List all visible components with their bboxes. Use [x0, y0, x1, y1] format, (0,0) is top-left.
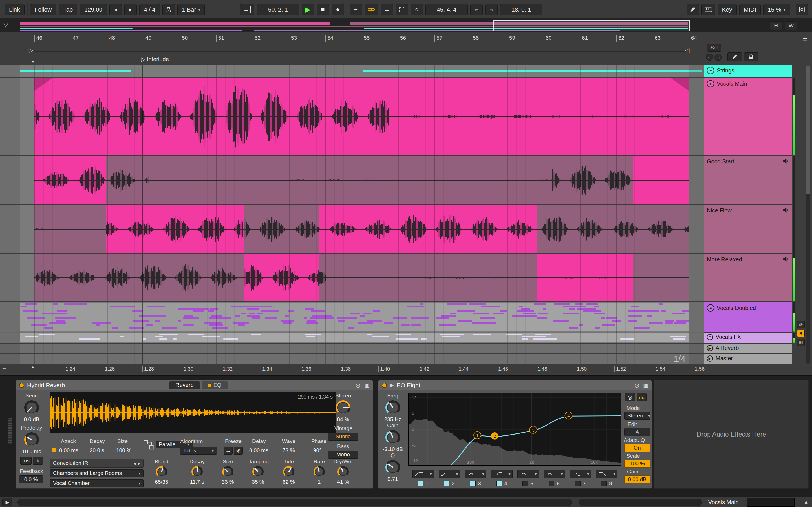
playhead[interactable]: [189, 65, 190, 363]
band-4-toggle[interactable]: 4: [496, 481, 507, 487]
locator-marker[interactable]: ▷ Interlude: [141, 56, 169, 62]
conv-decay-knob[interactable]: [192, 466, 203, 477]
fade-in-handle[interactable]: [35, 78, 52, 91]
lock-envelopes-icon[interactable]: [744, 52, 758, 61]
track-header-vocals-doubled[interactable]: ≡Vocals Doubled: [704, 302, 792, 332]
audio-clip[interactable]: [35, 255, 244, 301]
punch-in-icon[interactable]: ⌐: [470, 4, 483, 15]
overview-height-button[interactable]: H: [770, 21, 782, 30]
punch-out-icon[interactable]: ¬: [485, 4, 498, 15]
tempo-field[interactable]: 129.00: [80, 4, 107, 15]
conv-size-knob[interactable]: [222, 466, 234, 477]
back-to-arrangement-icon[interactable]: ←: [380, 4, 393, 15]
automation-mode-toggle-icon[interactable]: ≈: [2, 365, 6, 373]
add-scene-button[interactable]: +: [350, 4, 362, 15]
preview-play-icon[interactable]: ▶: [2, 498, 12, 506]
take-lane-good-start[interactable]: [0, 156, 704, 204]
take-lane-header-nice-flow[interactable]: Nice Flow: [704, 205, 792, 253]
band-2-filter-dropdown[interactable]: ▾: [439, 470, 460, 478]
bass-mono-selector[interactable]: Mono: [328, 451, 358, 459]
ms-toggle[interactable]: ms: [20, 457, 32, 465]
play-icon[interactable]: ▶: [707, 345, 713, 351]
midi-clip[interactable]: [20, 303, 436, 331]
device-eq-eight[interactable]: ▶ EQ Eight ◎ ▣ Freq 235 Hz Gain -3.10 dB…: [378, 380, 652, 489]
loop-end-handle[interactable]: ◁: [685, 47, 689, 54]
metronome-icon[interactable]: [162, 4, 175, 15]
group-icon[interactable]: ≡: [707, 334, 713, 340]
rate-knob[interactable]: [313, 466, 325, 477]
scale-field[interactable]: 100 %: [624, 460, 650, 467]
nudge-up-button[interactable]: ▸: [124, 4, 137, 15]
arrangement-start-marker[interactable]: ▼: [31, 59, 35, 64]
record-arm-icon[interactable]: R: [797, 330, 805, 337]
band-2-toggle[interactable]: 2: [444, 481, 455, 487]
predelay-knob[interactable]: [24, 432, 39, 447]
band-3-filter-dropdown[interactable]: ▾: [465, 470, 486, 478]
track-lane-vocals-fx[interactable]: [0, 333, 704, 343]
eq-band-handle-2[interactable]: 2: [491, 432, 499, 440]
damping-knob[interactable]: [252, 466, 264, 477]
audio-clip[interactable]: [35, 78, 689, 155]
draw-automation-icon[interactable]: [727, 52, 742, 61]
fold-icon[interactable]: ▼: [707, 80, 714, 87]
stop-button[interactable]: ■: [317, 4, 329, 15]
cpu-meter[interactable]: 15 %▾: [763, 4, 790, 15]
track-header-strings[interactable]: ≡Strings: [704, 65, 792, 77]
group-icon[interactable]: ≡: [707, 67, 714, 74]
algorithm-dropdown[interactable]: Tides▾: [180, 447, 217, 455]
band-6-toggle[interactable]: 6: [549, 481, 560, 487]
vintage-selector[interactable]: Subtle: [328, 433, 358, 441]
scrollbar-thumb[interactable]: [806, 65, 810, 194]
nudge-down-button[interactable]: ◂: [109, 4, 122, 15]
tab-eq[interactable]: EQ: [202, 381, 228, 389]
audio-clip[interactable]: [35, 156, 106, 204]
track-header-a-reverb[interactable]: ▶A Reverb: [704, 344, 792, 353]
ir-active-icon[interactable]: [52, 448, 56, 452]
audio-clip[interactable]: [319, 255, 537, 301]
eq-band-handle-3[interactable]: 3: [530, 426, 537, 434]
freeze-button[interactable]: ✳: [234, 447, 243, 455]
midi-overdub-icon[interactable]: [364, 4, 378, 15]
device-hybrid-reverb[interactable]: Hybrid Reverb Reverb EQ ◎ ▣ Send 0.0 dB …: [15, 380, 373, 489]
arrangement-area[interactable]: 1/4: [0, 65, 704, 363]
decay-field[interactable]: 20.0 s: [90, 447, 104, 453]
time-signature-field[interactable]: 4 / 4: [139, 4, 160, 15]
fold-device-icon[interactable]: ▶: [390, 382, 394, 388]
fold-overview-icon[interactable]: ▽: [3, 21, 8, 29]
audio-clip[interactable]: [633, 255, 689, 301]
link-button[interactable]: Link: [4, 4, 24, 15]
next-locator-button[interactable]: →: [714, 54, 722, 61]
size-field[interactable]: 100 %: [116, 447, 132, 453]
set-locator-button[interactable]: Set: [707, 44, 721, 52]
delay-field[interactable]: 0.00 ms: [249, 447, 268, 453]
device-on-icon[interactable]: [382, 383, 387, 388]
loop-start-field[interactable]: 45. 4. 4: [425, 4, 468, 15]
midi-map-button[interactable]: MIDI: [739, 4, 761, 15]
tab-reverb[interactable]: Reverb: [169, 381, 200, 389]
device-on-icon[interactable]: [19, 383, 24, 388]
band-1-toggle[interactable]: 1: [417, 481, 428, 487]
audition-take-icon[interactable]: [782, 256, 789, 263]
loop-start-handle[interactable]: ▷: [29, 47, 33, 54]
play-button[interactable]: ▶: [302, 4, 314, 15]
play-icon[interactable]: ▶: [707, 355, 713, 362]
send-knob[interactable]: [24, 400, 39, 415]
key-map-button[interactable]: Key: [718, 4, 737, 15]
follow-button[interactable]: Follow: [30, 4, 56, 15]
track-panel-toggle-icon[interactable]: ≡: [802, 34, 808, 43]
audio-clip[interactable]: [106, 156, 633, 204]
track-lane-master[interactable]: [0, 354, 704, 363]
beat-time-ruler[interactable]: 46 47 48 49 50 51 52 53 54 55 56 57 58 5…: [0, 32, 812, 65]
eq-band-handle-1[interactable]: 1: [474, 432, 481, 439]
band-8-filter-dropdown[interactable]: ▾: [596, 470, 617, 478]
draw-mode-icon[interactable]: [687, 4, 699, 15]
sync-note-toggle[interactable]: ♪: [33, 457, 43, 465]
band-4-filter-dropdown[interactable]: ▾: [491, 470, 513, 478]
time-ruler[interactable]: ≈ ▲ 1:24 1:26 1:28 1:30 1:32 1:34 1:36 1…: [0, 363, 704, 374]
group-icon[interactable]: ≡: [707, 304, 714, 312]
output-gain-field[interactable]: 0.00 dB: [624, 475, 650, 483]
keyboard-icon[interactable]: ▦: [797, 339, 805, 346]
prev-ir-icon[interactable]: ◂: [133, 460, 136, 467]
wave-field[interactable]: 73 %: [283, 447, 295, 453]
follow-playhead-icon[interactable]: →: [240, 4, 254, 15]
